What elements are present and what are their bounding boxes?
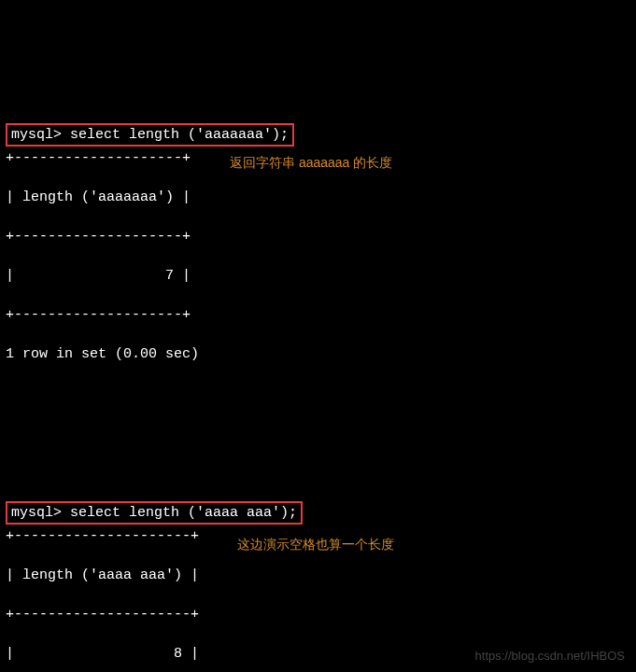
table-header: | length ('aaaaaaa') |: [6, 188, 630, 207]
query-block-2: mysql> select length ('aaaa aaa'); +----…: [6, 482, 630, 672]
table-sep: +--------------------+: [6, 305, 630, 325]
query-text: mysql> select length ('aaaaaaa');: [11, 127, 289, 143]
table-sep: +---------------------+: [6, 605, 630, 624]
query-text: mysql> select length ('aaaa aaa');: [11, 505, 297, 521]
query-highlight-2: mysql> select length ('aaaa aaa');: [6, 501, 303, 525]
query-highlight-1: mysql> select length ('aaaaaaa');: [6, 123, 294, 147]
result-footer: 1 row in set (0.00 sec): [6, 344, 630, 364]
query-block-1: mysql> select length ('aaaaaaa'); +-----…: [6, 104, 630, 403]
annotation-1: 返回字符串 aaaaaaa 的长度: [230, 154, 392, 173]
watermark-text: https://blog.csdn.net/IHBOS: [475, 648, 625, 665]
table-sep: +--------------------+: [6, 227, 630, 246]
table-value: | 7 |: [6, 266, 630, 286]
table-header: | length ('aaaa aaa') |: [6, 566, 630, 585]
annotation-2: 这边演示空格也算一个长度: [237, 536, 394, 554]
